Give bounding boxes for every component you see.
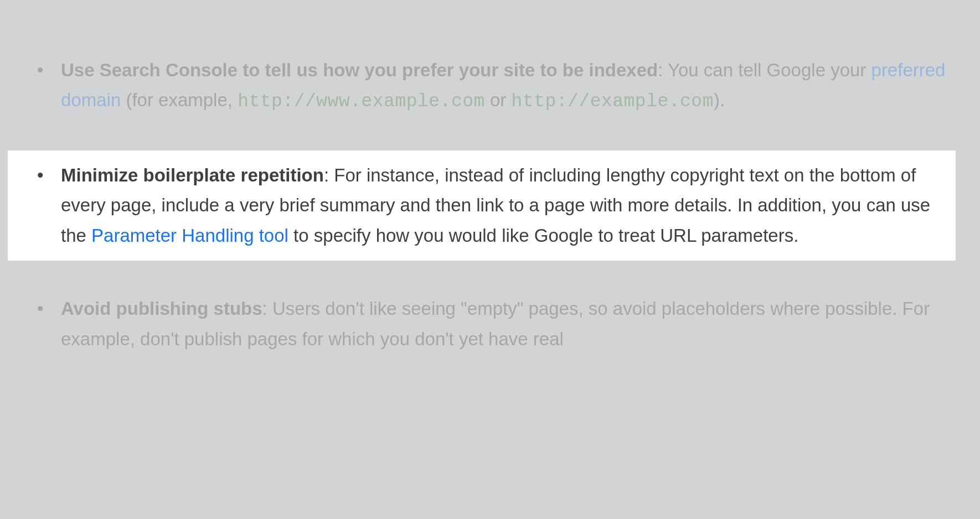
item-title: Avoid publishing stubs: [61, 298, 262, 319]
code-sample: http://example.com: [512, 91, 714, 112]
item-body-text: ).: [714, 90, 725, 110]
code-sample: http://www.example.com: [238, 91, 485, 112]
parameter-handling-tool-link[interactable]: Parameter Handling tool: [91, 225, 288, 246]
item-body-text: : You can tell Google your: [658, 60, 871, 80]
item-title: Minimize boilerplate repetition: [61, 165, 324, 185]
item-title: Use Search Console to tell us how you pr…: [61, 60, 658, 80]
list-item-highlighted: Minimize boilerplate repetition: For ins…: [8, 150, 956, 261]
bottom-fade: [0, 442, 980, 519]
list-item: Avoid publishing stubs: Users don't like…: [30, 294, 950, 354]
item-body-text: to specify how you would like Google to …: [288, 225, 798, 246]
item-body-text: or: [485, 90, 512, 110]
list-item: Use Search Console to tell us how you pr…: [30, 55, 950, 117]
item-body-text: (for example,: [121, 90, 238, 110]
guidelines-list: Use Search Console to tell us how you pr…: [30, 55, 950, 354]
